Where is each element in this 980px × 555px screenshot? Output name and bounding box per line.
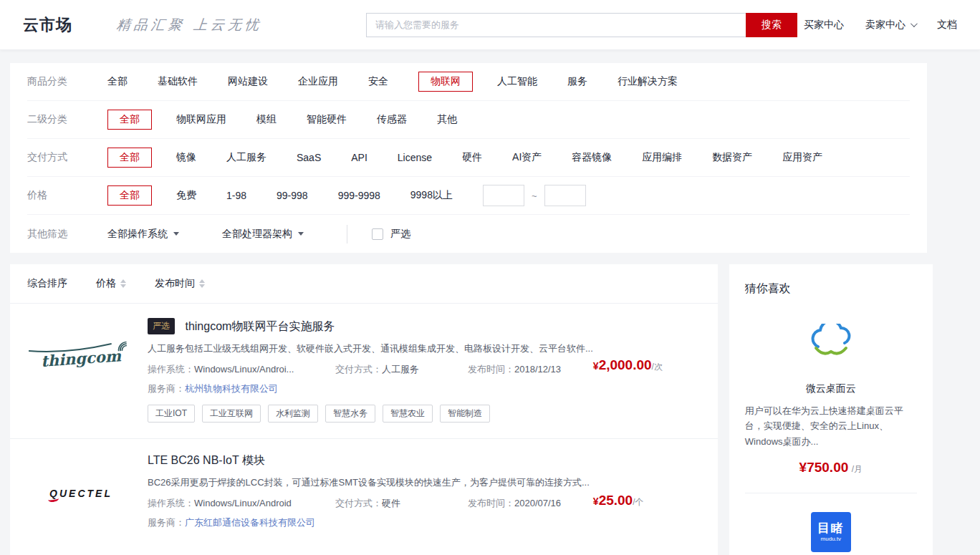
product-price: ¥25.00/个 <box>593 493 701 534</box>
recommendation-price: ¥750.00 /月 <box>745 460 917 476</box>
filter-options-delivery: 全部 镜像 人工服务 SaaS API License 硬件 AI资产 容器镜像… <box>107 148 852 168</box>
filter-row-delivery: 交付方式 全部 镜像 人工服务 SaaS API License 硬件 AI资产… <box>27 139 910 177</box>
filter-option[interactable]: 容器镜像 <box>572 148 612 168</box>
filter-option[interactable]: 安全 <box>368 72 388 92</box>
product-logo-quectel[interactable]: QUECTEL <box>27 453 135 534</box>
recommendation-card[interactable]: 目睹 mudu.tv 目睹直播 目睹直播是简单易用的企业视频直播平台，适用在线培… <box>745 493 917 555</box>
filter-option[interactable]: 企业应用 <box>298 72 338 92</box>
filter-option[interactable]: 镜像 <box>176 148 196 168</box>
filter-option[interactable]: License <box>398 148 432 167</box>
site-logo[interactable]: 云市场 <box>23 14 72 36</box>
vendor-link[interactable]: 杭州轨物科技有限公司 <box>185 383 278 394</box>
vendor-link[interactable]: 广东红邮通信设备科技有限公司 <box>185 517 315 528</box>
os-label: 操作系统： <box>148 498 194 508</box>
product-tag[interactable]: 工业IOT <box>148 405 195 423</box>
filter-option[interactable]: 人工服务 <box>226 148 266 168</box>
product-tag[interactable]: 智慧水务 <box>325 405 375 423</box>
price-unit: /个 <box>633 497 643 507</box>
filter-option[interactable]: 999-9998 <box>338 186 380 205</box>
slogan-text: 精品汇聚 上云无忧 <box>116 16 264 34</box>
search-button[interactable]: 搜索 <box>746 13 797 37</box>
sort-arrows-icon <box>120 279 126 288</box>
product-title[interactable]: LTE BC26 NB-IoT 模块 <box>148 454 265 466</box>
product-title[interactable]: thingcom物联网平台实施服务 <box>185 320 335 332</box>
filter-option[interactable]: 1-98 <box>226 186 246 205</box>
filter-label-delivery: 交付方式 <box>27 151 107 164</box>
filter-option[interactable]: 全部 <box>107 72 128 92</box>
filter-option-selected[interactable]: 物联网 <box>418 72 473 92</box>
nav-docs[interactable]: 文档 <box>937 19 957 32</box>
delivery-label: 交付方式： <box>335 498 382 508</box>
filter-option[interactable]: 基础软件 <box>158 72 198 92</box>
filter-option[interactable]: 行业解决方案 <box>618 72 678 92</box>
date-label: 发布时间： <box>468 364 514 375</box>
filter-options-subcategory: 全部 物联网应用 模组 智能硬件 传感器 其他 <box>107 110 487 130</box>
filter-option[interactable]: 99-998 <box>277 186 308 205</box>
filter-option[interactable]: 模组 <box>256 110 277 130</box>
filter-option[interactable]: AI资产 <box>512 148 542 168</box>
filter-option[interactable]: 9998以上 <box>410 185 453 206</box>
filter-option[interactable]: 应用编排 <box>642 148 682 168</box>
chevron-down-icon <box>911 20 918 27</box>
price-amount: 25.00 <box>599 493 633 508</box>
mudu-logo-subtitle: mudu.tv <box>821 536 841 543</box>
filter-option[interactable]: 其他 <box>437 110 457 130</box>
cloud-desktop-icon <box>807 324 855 361</box>
filter-label-category: 商品分类 <box>27 75 107 88</box>
filter-option[interactable]: 服务 <box>567 72 587 92</box>
sort-price[interactable]: 价格 <box>96 277 126 290</box>
filter-option[interactable]: 免费 <box>176 185 196 206</box>
product-row: thingcom 严选 thingcom物联网平台实施服务 人工服务包括工业级无… <box>10 304 718 439</box>
product-tag[interactable]: 智能制造 <box>440 405 490 423</box>
delivery-value: 硬件 <box>382 498 400 508</box>
filter-option[interactable]: 网站建设 <box>228 72 268 92</box>
recommendation-card[interactable]: 微云桌面云 用户可以在华为云上快速搭建桌面云平台，实现便捷、安全的云上Linux… <box>745 296 917 493</box>
premium-checkbox[interactable] <box>372 228 383 240</box>
filter-option[interactable]: 智能硬件 <box>307 110 347 130</box>
price-unit: /次 <box>652 362 663 372</box>
filter-option[interactable]: 硬件 <box>462 148 482 168</box>
recommendation-name: 微云桌面云 <box>745 382 917 395</box>
price-amount: 750.00 <box>807 460 848 475</box>
os-label: 操作系统： <box>148 364 194 375</box>
product-row: QUECTEL LTE BC26 NB-IoT 模块 BC26采用更易于焊接的L… <box>10 439 718 549</box>
recommendation-description: 用户可以在华为云上快速搭建桌面云平台，实现便捷、安全的云上Linux、Windo… <box>745 403 917 449</box>
filter-option[interactable]: 传感器 <box>377 110 407 130</box>
caret-down-icon <box>173 232 179 236</box>
filter-options-price: 全部 免费 1-98 99-998 999-9998 9998以上 ~ <box>107 185 586 206</box>
price-min-input[interactable] <box>483 185 524 206</box>
filter-option[interactable]: API <box>351 148 368 167</box>
currency-symbol: ¥ <box>593 360 599 372</box>
filter-option-selected[interactable]: 全部 <box>107 110 152 130</box>
arch-dropdown[interactable]: 全部处理器架构 <box>222 228 304 241</box>
sort-date[interactable]: 发布时间 <box>155 277 205 290</box>
recommendations-title: 猜你喜欢 <box>745 281 917 296</box>
sort-price-label: 价格 <box>96 277 116 290</box>
nav-seller-center[interactable]: 卖家中心 <box>865 19 916 32</box>
sort-default[interactable]: 综合排序 <box>27 277 67 290</box>
product-logo-thingcom[interactable]: thingcom <box>27 318 135 398</box>
filter-option[interactable]: 人工智能 <box>497 72 537 92</box>
product-tag[interactable]: 工业互联网 <box>202 405 261 423</box>
nav-buyer-center[interactable]: 买家中心 <box>804 19 844 32</box>
product-description: 人工服务包括工业级无线组网开发、软硬件嵌入式开发、通讯模组集成开发、电路板设计开… <box>148 342 593 355</box>
sort-date-label: 发布时间 <box>155 277 195 290</box>
filter-option-selected[interactable]: 全部 <box>107 148 152 168</box>
filter-option-selected[interactable]: 全部 <box>107 185 152 206</box>
product-info: 严选 thingcom物联网平台实施服务 人工服务包括工业级无线组网开发、软硬件… <box>148 318 593 423</box>
filter-options-other: 全部操作系统 全部处理器架构 严选 <box>107 225 410 243</box>
main-area: 综合排序 价格 发布时间 thingcom <box>10 264 927 555</box>
filter-option[interactable]: 应用资产 <box>782 148 822 168</box>
product-tag[interactable]: 智慧农业 <box>383 405 433 423</box>
filter-option[interactable]: SaaS <box>297 148 321 167</box>
filter-option[interactable]: 数据资产 <box>712 148 752 168</box>
product-tag[interactable]: 水利监测 <box>268 405 318 423</box>
search-input[interactable] <box>366 13 746 37</box>
date-value: 2020/07/16 <box>514 498 561 508</box>
price-max-input[interactable] <box>544 185 586 206</box>
os-dropdown[interactable]: 全部操作系统 <box>107 228 179 241</box>
filter-option[interactable]: 物联网应用 <box>176 110 226 130</box>
caret-down-icon <box>298 232 304 236</box>
product-title-row: 严选 thingcom物联网平台实施服务 <box>148 318 593 334</box>
price-amount: 2,000.00 <box>599 357 652 372</box>
